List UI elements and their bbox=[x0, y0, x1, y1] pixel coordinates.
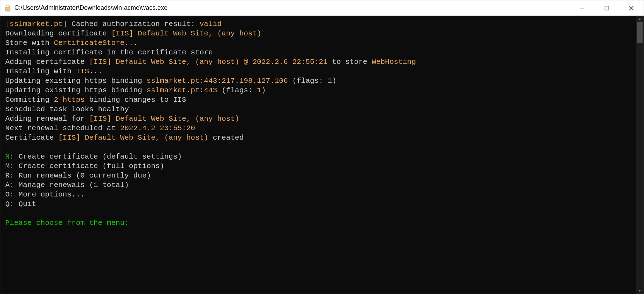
app-window: C:\Users\Administrator\Downloads\win-acm… bbox=[0, 0, 644, 294]
log-line: Adding renewal for [IIS] Default Web Sit… bbox=[5, 115, 239, 123]
scrollbar[interactable]: ▴ ▾ bbox=[636, 16, 644, 294]
scroll-up-arrow[interactable]: ▴ bbox=[636, 16, 644, 22]
log-line: Store with CertificateStore... bbox=[5, 39, 138, 47]
window-controls bbox=[570, 0, 644, 15]
log-line: Adding certificate [IIS] Default Web Sit… bbox=[5, 58, 416, 66]
menu-item[interactable]: R: Run renewals (0 currently due) bbox=[5, 172, 151, 180]
log-line: Downloading certificate [IIS] Default We… bbox=[5, 29, 261, 38]
minimize-button[interactable] bbox=[570, 0, 595, 15]
maximize-button[interactable] bbox=[595, 0, 619, 15]
menu-item[interactable]: O: More options... bbox=[5, 191, 85, 199]
log-line: Installing certificate in the certificat… bbox=[5, 48, 213, 56]
terminal-area: [sslmarket.pt] Cached authorization resu… bbox=[0, 16, 644, 294]
menu-item[interactable]: Q: Quit bbox=[5, 200, 36, 208]
terminal-output[interactable]: [sslmarket.pt] Cached authorization resu… bbox=[0, 16, 636, 294]
scroll-down-arrow[interactable]: ▾ bbox=[636, 287, 644, 294]
prompt-line: Please choose from the menu: bbox=[5, 219, 129, 227]
lock-icon bbox=[4, 4, 12, 12]
log-line: [sslmarket.pt] Cached authorization resu… bbox=[5, 20, 222, 28]
svg-rect-2 bbox=[605, 6, 609, 10]
log-line: Certificate [IIS] Default Web Site, (any… bbox=[5, 134, 244, 142]
log-line: Scheduled task looks healthy bbox=[5, 105, 129, 113]
log-line: Committing 2 https binding changes to II… bbox=[5, 96, 186, 104]
menu-item[interactable]: N: Create certificate (default settings) bbox=[5, 153, 182, 161]
menu-item[interactable]: M: Create certificate (full options) bbox=[5, 162, 164, 170]
titlebar[interactable]: C:\Users\Administrator\Downloads\win-acm… bbox=[0, 0, 644, 16]
menu-item[interactable]: A: Manage renewals (1 total) bbox=[5, 181, 129, 189]
window-title: C:\Users\Administrator\Downloads\win-acm… bbox=[14, 4, 570, 12]
log-line: Next renewal scheduled at 2022.4.2 23:55… bbox=[5, 124, 195, 132]
svg-rect-0 bbox=[5, 7, 10, 11]
log-line: Installing with IIS... bbox=[5, 67, 102, 75]
scrollbar-thumb[interactable] bbox=[637, 22, 643, 43]
log-line: Updating existing https binding sslmarke… bbox=[5, 86, 266, 94]
close-button[interactable] bbox=[619, 0, 644, 15]
log-line: Updating existing https binding sslmarke… bbox=[5, 77, 336, 85]
